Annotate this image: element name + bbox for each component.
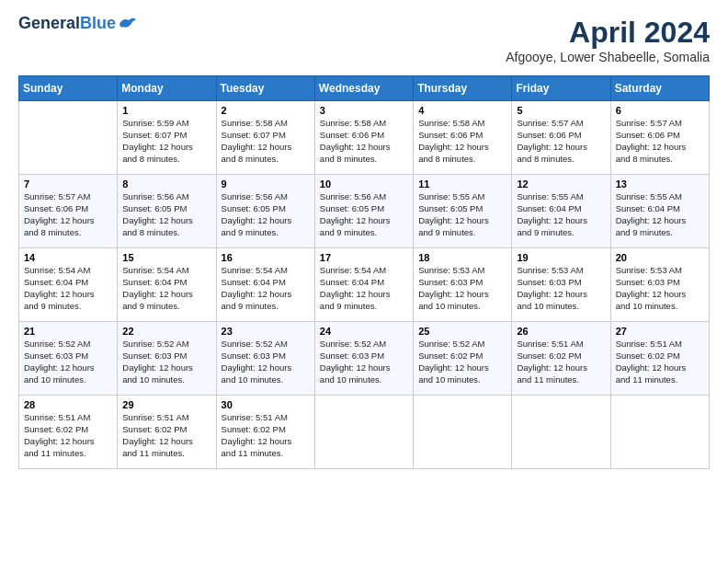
- calendar-cell: 7Sunrise: 5:57 AM Sunset: 6:06 PM Daylig…: [19, 175, 118, 248]
- calendar-cell: 4Sunrise: 5:58 AM Sunset: 6:06 PM Daylig…: [414, 101, 512, 175]
- calendar-header: SundayMondayTuesdayWednesdayThursdayFrid…: [19, 76, 710, 101]
- page-header: GeneralBlue April 2024 Afgooye, Lower Sh…: [18, 15, 710, 64]
- header-day-tuesday: Tuesday: [216, 76, 314, 101]
- calendar-table: SundayMondayTuesdayWednesdayThursdayFrid…: [18, 75, 710, 469]
- calendar-cell: 28Sunrise: 5:51 AM Sunset: 6:02 PM Dayli…: [19, 396, 118, 469]
- calendar-cell: [314, 396, 413, 469]
- calendar-cell: 24Sunrise: 5:52 AM Sunset: 6:03 PM Dayli…: [314, 322, 413, 396]
- location-title: Afgooye, Lower Shabeelle, Somalia: [506, 50, 710, 64]
- day-info: Sunrise: 5:56 AM Sunset: 6:05 PM Dayligh…: [122, 191, 210, 238]
- day-number: 7: [24, 178, 112, 190]
- day-info: Sunrise: 5:56 AM Sunset: 6:05 PM Dayligh…: [320, 191, 408, 238]
- day-number: 4: [418, 105, 506, 116]
- calendar-week-row: 14Sunrise: 5:54 AM Sunset: 6:04 PM Dayli…: [19, 248, 710, 322]
- calendar-cell: 17Sunrise: 5:54 AM Sunset: 6:04 PM Dayli…: [314, 248, 413, 322]
- header-day-sunday: Sunday: [19, 76, 118, 101]
- day-number: 9: [222, 178, 310, 190]
- calendar-cell: 25Sunrise: 5:52 AM Sunset: 6:02 PM Dayli…: [414, 322, 512, 396]
- day-info: Sunrise: 5:51 AM Sunset: 6:02 PM Dayligh…: [517, 339, 605, 385]
- day-info: Sunrise: 5:54 AM Sunset: 6:04 PM Dayligh…: [122, 265, 210, 312]
- calendar-cell: [610, 396, 709, 469]
- day-number: 6: [616, 105, 704, 116]
- calendar-week-row: 21Sunrise: 5:52 AM Sunset: 6:03 PM Dayli…: [19, 322, 710, 396]
- calendar-cell: 13Sunrise: 5:55 AM Sunset: 6:04 PM Dayli…: [610, 175, 709, 248]
- day-number: 5: [517, 105, 605, 116]
- calendar-cell: 21Sunrise: 5:52 AM Sunset: 6:03 PM Dayli…: [19, 322, 118, 396]
- calendar-cell: 26Sunrise: 5:51 AM Sunset: 6:02 PM Dayli…: [512, 322, 610, 396]
- day-number: 19: [517, 252, 605, 263]
- day-number: 30: [222, 399, 310, 410]
- day-info: Sunrise: 5:57 AM Sunset: 6:06 PM Dayligh…: [24, 191, 112, 238]
- day-number: 1: [122, 105, 210, 116]
- day-number: 11: [418, 178, 506, 190]
- day-info: Sunrise: 5:59 AM Sunset: 6:07 PM Dayligh…: [122, 118, 210, 165]
- calendar-cell: 8Sunrise: 5:56 AM Sunset: 6:05 PM Daylig…: [118, 175, 216, 248]
- day-info: Sunrise: 5:54 AM Sunset: 6:04 PM Dayligh…: [320, 265, 408, 312]
- logo-text: GeneralBlue: [18, 15, 116, 33]
- day-info: Sunrise: 5:54 AM Sunset: 6:04 PM Dayligh…: [24, 265, 112, 312]
- calendar-cell: 30Sunrise: 5:51 AM Sunset: 6:02 PM Dayli…: [216, 396, 314, 469]
- day-number: 3: [320, 105, 408, 116]
- title-area: April 2024 Afgooye, Lower Shabeelle, Som…: [506, 15, 710, 64]
- day-info: Sunrise: 5:51 AM Sunset: 6:02 PM Dayligh…: [24, 412, 112, 459]
- day-info: Sunrise: 5:53 AM Sunset: 6:03 PM Dayligh…: [616, 265, 704, 312]
- day-info: Sunrise: 5:57 AM Sunset: 6:06 PM Dayligh…: [517, 118, 605, 165]
- day-info: Sunrise: 5:52 AM Sunset: 6:03 PM Dayligh…: [24, 339, 112, 385]
- day-number: 15: [122, 252, 210, 263]
- calendar-cell: 20Sunrise: 5:53 AM Sunset: 6:03 PM Dayli…: [610, 248, 709, 322]
- day-info: Sunrise: 5:57 AM Sunset: 6:06 PM Dayligh…: [616, 118, 704, 165]
- day-number: 16: [222, 252, 310, 263]
- day-number: 24: [320, 326, 408, 337]
- day-info: Sunrise: 5:58 AM Sunset: 6:06 PM Dayligh…: [418, 118, 506, 165]
- day-info: Sunrise: 5:55 AM Sunset: 6:04 PM Dayligh…: [517, 191, 605, 238]
- day-info: Sunrise: 5:51 AM Sunset: 6:02 PM Dayligh…: [616, 339, 704, 385]
- day-info: Sunrise: 5:51 AM Sunset: 6:02 PM Dayligh…: [122, 412, 210, 459]
- day-number: 10: [320, 178, 408, 190]
- day-number: 17: [320, 252, 408, 263]
- day-info: Sunrise: 5:52 AM Sunset: 6:03 PM Dayligh…: [122, 339, 210, 385]
- day-info: Sunrise: 5:51 AM Sunset: 6:02 PM Dayligh…: [222, 412, 310, 459]
- calendar-cell: [414, 396, 512, 469]
- calendar-cell: 10Sunrise: 5:56 AM Sunset: 6:05 PM Dayli…: [314, 175, 413, 248]
- day-info: Sunrise: 5:53 AM Sunset: 6:03 PM Dayligh…: [418, 265, 506, 312]
- day-info: Sunrise: 5:52 AM Sunset: 6:03 PM Dayligh…: [222, 339, 310, 385]
- logo-bird-icon: [118, 16, 138, 32]
- header-day-thursday: Thursday: [414, 76, 512, 101]
- day-number: 14: [24, 252, 112, 263]
- day-number: 20: [616, 252, 704, 263]
- calendar-cell: 19Sunrise: 5:53 AM Sunset: 6:03 PM Dayli…: [512, 248, 610, 322]
- calendar-cell: 18Sunrise: 5:53 AM Sunset: 6:03 PM Dayli…: [414, 248, 512, 322]
- day-info: Sunrise: 5:56 AM Sunset: 6:05 PM Dayligh…: [222, 191, 310, 238]
- day-number: 2: [222, 105, 310, 116]
- day-info: Sunrise: 5:58 AM Sunset: 6:07 PM Dayligh…: [222, 118, 310, 165]
- logo: GeneralBlue: [18, 15, 138, 33]
- calendar-cell: 12Sunrise: 5:55 AM Sunset: 6:04 PM Dayli…: [512, 175, 610, 248]
- calendar-cell: [512, 396, 610, 469]
- calendar-week-row: 1Sunrise: 5:59 AM Sunset: 6:07 PM Daylig…: [19, 101, 710, 175]
- day-info: Sunrise: 5:58 AM Sunset: 6:06 PM Dayligh…: [320, 118, 408, 165]
- day-info: Sunrise: 5:55 AM Sunset: 6:04 PM Dayligh…: [616, 191, 704, 238]
- day-number: 28: [24, 399, 112, 410]
- header-day-friday: Friday: [512, 76, 610, 101]
- day-number: 27: [616, 326, 704, 337]
- calendar-cell: 14Sunrise: 5:54 AM Sunset: 6:04 PM Dayli…: [19, 248, 118, 322]
- calendar-cell: 2Sunrise: 5:58 AM Sunset: 6:07 PM Daylig…: [216, 101, 314, 175]
- header-day-saturday: Saturday: [610, 76, 709, 101]
- day-number: 26: [517, 326, 605, 337]
- calendar-cell: 11Sunrise: 5:55 AM Sunset: 6:05 PM Dayli…: [414, 175, 512, 248]
- calendar-header-row: SundayMondayTuesdayWednesdayThursdayFrid…: [19, 76, 710, 101]
- calendar-cell: 29Sunrise: 5:51 AM Sunset: 6:02 PM Dayli…: [118, 396, 216, 469]
- calendar-cell: 22Sunrise: 5:52 AM Sunset: 6:03 PM Dayli…: [118, 322, 216, 396]
- day-number: 23: [222, 326, 310, 337]
- day-info: Sunrise: 5:52 AM Sunset: 6:02 PM Dayligh…: [418, 339, 506, 385]
- calendar-cell: 6Sunrise: 5:57 AM Sunset: 6:06 PM Daylig…: [610, 101, 709, 175]
- day-info: Sunrise: 5:55 AM Sunset: 6:05 PM Dayligh…: [418, 191, 506, 238]
- day-number: 12: [517, 178, 605, 190]
- month-title: April 2024: [506, 15, 710, 50]
- day-number: 18: [418, 252, 506, 263]
- day-info: Sunrise: 5:52 AM Sunset: 6:03 PM Dayligh…: [320, 339, 408, 385]
- day-info: Sunrise: 5:54 AM Sunset: 6:04 PM Dayligh…: [222, 265, 310, 312]
- day-number: 13: [616, 178, 704, 190]
- calendar-cell: [19, 101, 118, 175]
- calendar-cell: 27Sunrise: 5:51 AM Sunset: 6:02 PM Dayli…: [610, 322, 709, 396]
